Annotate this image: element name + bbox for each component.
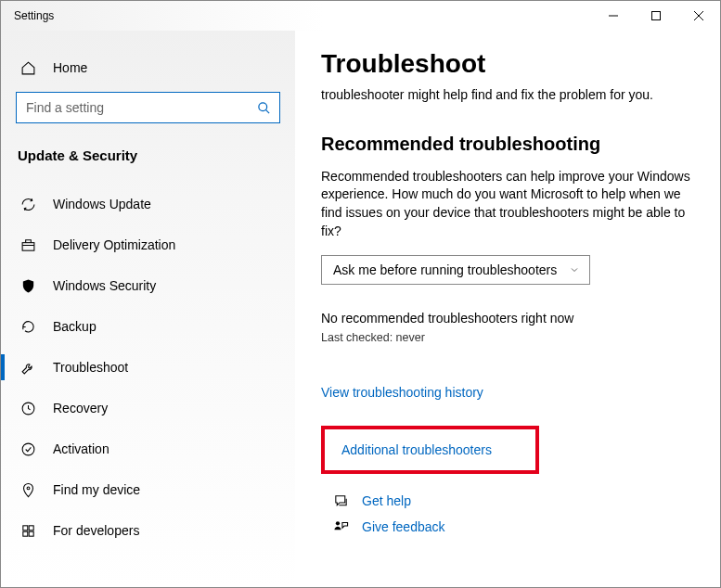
get-help-row[interactable]: Get help xyxy=(321,492,692,509)
wrench-icon xyxy=(19,359,36,376)
svg-point-14 xyxy=(335,521,339,525)
delivery-icon xyxy=(19,236,36,253)
minimize-button[interactable] xyxy=(592,1,635,31)
sidebar-item-windows-security[interactable]: Windows Security xyxy=(1,265,295,306)
svg-point-9 xyxy=(27,486,30,489)
intro-text: troubleshooter might help find and fix t… xyxy=(321,86,692,104)
sidebar-item-label: Delivery Optimization xyxy=(53,237,175,252)
home-icon xyxy=(19,59,36,76)
main-content: Troubleshoot troubleshooter might help f… xyxy=(295,31,720,587)
recommended-body: Recommended troubleshooters can help imp… xyxy=(321,168,692,240)
svg-point-8 xyxy=(22,443,34,455)
home-label: Home xyxy=(53,60,87,75)
recommended-heading: Recommended troubleshooting xyxy=(321,134,692,155)
titlebar: Settings xyxy=(1,1,720,31)
close-button[interactable] xyxy=(677,1,720,31)
additional-troubleshooters-link[interactable]: Additional troubleshooters xyxy=(341,442,492,457)
search-input[interactable] xyxy=(26,100,255,115)
get-help-link[interactable]: Get help xyxy=(362,493,411,508)
sidebar-item-recovery[interactable]: Recovery xyxy=(1,388,295,428)
home-nav[interactable]: Home xyxy=(1,51,295,84)
sidebar-item-label: Windows Security xyxy=(53,278,156,293)
search-icon xyxy=(255,99,272,116)
svg-rect-6 xyxy=(22,242,34,250)
sidebar-item-label: For developers xyxy=(53,523,139,538)
status-none: No recommended troubleshooters right now xyxy=(321,311,692,326)
sidebar-item-label: Find my device xyxy=(53,482,140,497)
dropdown-value: Ask me before running troubleshooters xyxy=(333,262,557,277)
backup-icon xyxy=(19,318,36,335)
recovery-icon xyxy=(19,400,36,416)
feedback-icon xyxy=(332,518,349,535)
chat-icon xyxy=(332,492,349,509)
sidebar-item-backup[interactable]: Backup xyxy=(1,306,295,347)
sidebar-item-activation[interactable]: Activation xyxy=(1,428,295,469)
page-title: Troubleshoot xyxy=(321,49,692,79)
sidebar-item-label: Backup xyxy=(53,319,97,334)
svg-line-5 xyxy=(265,109,269,113)
location-icon xyxy=(19,481,36,498)
app-title: Settings xyxy=(1,9,54,22)
sidebar-item-find-my-device[interactable]: Find my device xyxy=(1,469,295,510)
svg-rect-13 xyxy=(29,531,33,536)
svg-rect-1 xyxy=(652,12,661,20)
sidebar-item-label: Troubleshoot xyxy=(53,360,128,375)
sidebar-item-label: Windows Update xyxy=(53,197,151,211)
svg-rect-12 xyxy=(22,531,27,536)
sidebar-item-label: Recovery xyxy=(53,401,108,415)
sidebar-item-windows-update[interactable]: Windows Update xyxy=(1,184,295,224)
sidebar: Home Update & Security Windows Update De… xyxy=(1,31,295,587)
give-feedback-link[interactable]: Give feedback xyxy=(362,519,445,534)
chevron-down-icon xyxy=(569,264,580,275)
shield-icon xyxy=(19,277,36,294)
sidebar-item-troubleshoot[interactable]: Troubleshoot xyxy=(1,347,295,388)
svg-rect-11 xyxy=(29,525,33,530)
highlight-box: Additional troubleshooters xyxy=(321,426,539,474)
section-header: Update & Security xyxy=(1,140,295,184)
search-box[interactable] xyxy=(16,92,280,123)
sidebar-item-label: Activation xyxy=(53,441,109,456)
history-link[interactable]: View troubleshooting history xyxy=(321,385,483,400)
developer-icon xyxy=(19,522,36,539)
svg-point-4 xyxy=(258,102,266,110)
sidebar-item-delivery-optimization[interactable]: Delivery Optimization xyxy=(1,224,295,265)
troubleshoot-preference-dropdown[interactable]: Ask me before running troubleshooters xyxy=(321,255,590,285)
sidebar-item-for-developers[interactable]: For developers xyxy=(1,510,295,551)
sync-icon xyxy=(19,196,36,212)
maximize-button[interactable] xyxy=(635,1,677,31)
last-checked: Last checked: never xyxy=(321,331,692,344)
svg-rect-10 xyxy=(22,525,27,530)
give-feedback-row[interactable]: Give feedback xyxy=(321,518,692,535)
check-circle-icon xyxy=(19,441,36,457)
